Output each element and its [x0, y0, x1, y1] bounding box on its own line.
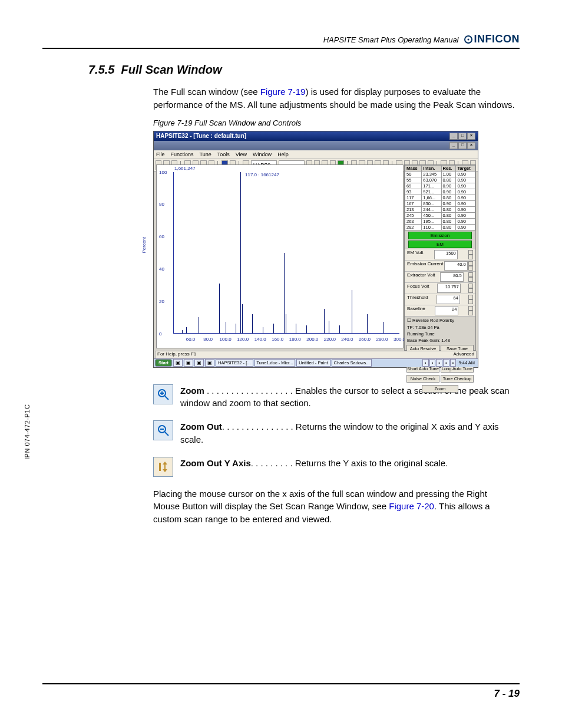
status-right: Advanced: [453, 351, 474, 358]
spinner-icon[interactable]: [468, 261, 473, 271]
tune-side-panel: MassInten.Res.Target 5023,3451.000.90556…: [404, 164, 476, 351]
tray-icon[interactable]: ▪: [436, 359, 442, 367]
mdi-maximize-icon[interactable]: □: [458, 142, 467, 149]
start-button[interactable]: Start: [155, 359, 172, 367]
reverse-rod-polarity-checkbox[interactable]: ☐ Reverse Rod Polarity: [405, 317, 475, 324]
chart-x-tick: 60.0: [186, 337, 196, 342]
maximize-icon[interactable]: □: [458, 133, 467, 140]
menu-window[interactable]: Window: [253, 151, 272, 157]
figure-7-19-link[interactable]: Figure 7-19: [260, 87, 306, 97]
chart-x-tick: 100.0: [220, 337, 232, 342]
spinner-icon[interactable]: [468, 250, 473, 259]
section-title-text: Full Scan Window: [121, 63, 222, 76]
window-title: HAPSITE32 - [Tune : default.tun]: [156, 133, 246, 140]
taskbar-item[interactable]: HAPSITE32 - [...: [216, 359, 253, 367]
mdi-titlebar: _ □ ×: [154, 141, 478, 150]
mass-table: MassInten.Res.Target 5023,3451.000.90556…: [405, 165, 475, 230]
chart-peak: [240, 172, 241, 334]
tune-param-row: Emission Current40.0: [405, 261, 475, 272]
spinner-icon[interactable]: [468, 284, 473, 293]
svg-line-7: [165, 432, 168, 436]
em-button[interactable]: EM: [408, 241, 472, 248]
chart-y-tick: 60: [159, 234, 164, 239]
chart-x-tick: 200.0: [306, 337, 318, 342]
panel-button[interactable]: Tune Checkup: [441, 375, 474, 383]
mdi-minimize-icon[interactable]: _: [449, 142, 458, 149]
table-row[interactable]: 245450...0.800.90: [405, 212, 475, 218]
tune-param-value[interactable]: 80.5: [440, 272, 464, 282]
spinner-icon[interactable]: [468, 272, 473, 282]
mdi-close-icon[interactable]: ×: [467, 142, 475, 149]
chart-peak: [286, 314, 286, 334]
tune-status-line1: Running Tune: [405, 331, 475, 337]
figure-7-20-link[interactable]: Figure 7-20: [389, 501, 434, 511]
quicklaunch[interactable]: ▣: [194, 359, 204, 367]
spinner-icon[interactable]: [468, 295, 473, 304]
tune-param-value[interactable]: 24: [435, 306, 458, 315]
taskbar-item[interactable]: Charles Sadows...: [332, 359, 372, 367]
tune-param-row: Extractor Volt80.5: [405, 272, 475, 283]
chart-y-tick: 0: [159, 331, 161, 336]
quicklaunch[interactable]: ▣: [205, 359, 214, 367]
tune-param-value[interactable]: 64: [437, 295, 460, 304]
minimize-icon[interactable]: _: [449, 133, 458, 140]
chart-x-tick: 180.0: [289, 337, 301, 342]
tray-icon[interactable]: ▪: [429, 359, 436, 367]
taskbar-clock: 9:44 AM: [457, 360, 477, 365]
table-row[interactable]: 1171,66...0.800.90: [405, 195, 475, 200]
chart-peak: [236, 324, 236, 333]
tray-icon[interactable]: ▪: [422, 359, 429, 367]
table-row[interactable]: 93521...0.900.90: [405, 189, 475, 195]
table-row[interactable]: 5023,3451.000.90: [405, 171, 475, 177]
chart-peak: [263, 327, 263, 334]
zoom-out-y-control-row: Zoom Out Y Axis. . . . . . . . . Returns…: [153, 457, 520, 477]
taskbar-item[interactable]: Untitled - Paint: [296, 359, 330, 367]
menu-help[interactable]: Help: [277, 151, 289, 157]
taskbar-item[interactable]: Tune1.doc - Micr...: [254, 359, 296, 367]
menu-tune[interactable]: Tune: [200, 151, 211, 157]
emission-button[interactable]: Emission: [408, 232, 472, 239]
closing-paragraph: Placing the mouse cursor on the x axis o…: [153, 487, 515, 526]
menu-tools[interactable]: Tools: [217, 151, 230, 157]
svg-point-1: [467, 38, 469, 40]
chart-x-tick: 300.0: [394, 337, 405, 342]
full-scan-chart[interactable]: 1,661,247 117.0 : 1661247 02040608010060…: [156, 164, 404, 348]
full-scan-window-screenshot: HAPSITE32 - [Tune : default.tun] _ □ × _…: [153, 131, 478, 368]
quicklaunch[interactable]: ▣: [184, 359, 193, 367]
menu-view[interactable]: View: [236, 151, 247, 157]
tp-readout: TP: 7.08e-04 Pa: [405, 324, 475, 331]
figure-caption: Figure 7-19 Full Scan Window and Control…: [153, 118, 515, 127]
chart-peak: [384, 322, 384, 333]
table-row[interactable]: 69171...0.900.90: [405, 183, 475, 189]
quicklaunch[interactable]: ▣: [173, 359, 183, 367]
mass-table-header: Mass: [405, 165, 422, 171]
chart-x-tick: 220.0: [324, 337, 336, 342]
tray-icon[interactable]: ▪: [450, 359, 457, 367]
chart-peak: [339, 325, 340, 334]
chart-peak: [352, 290, 352, 334]
chart-peak: [306, 325, 307, 334]
chart-peak: [284, 253, 285, 334]
spinner-icon[interactable]: [468, 306, 473, 315]
logo-text: INFICON: [474, 33, 520, 45]
close-icon[interactable]: ×: [467, 133, 475, 140]
menu-file[interactable]: File: [156, 151, 165, 157]
zoom-button[interactable]: Zoom: [422, 385, 458, 393]
table-row[interactable]: 167830...0.900.90: [405, 200, 475, 206]
tune-param-value[interactable]: 40.0: [444, 261, 468, 271]
chart-x-tick: 80.0: [203, 337, 213, 342]
section-number: 7.5.5: [88, 63, 114, 76]
table-row[interactable]: 282110...0.800.90: [405, 224, 475, 230]
panel-button[interactable]: Noise Check: [406, 375, 439, 383]
chart-peak: [226, 322, 226, 333]
tune-param-value[interactable]: 1500: [434, 250, 458, 259]
table-row[interactable]: 263195...0.800.90: [405, 218, 475, 224]
menu-functions[interactable]: Functions: [171, 151, 194, 157]
table-row[interactable]: 5563,0700.800.90: [405, 177, 475, 183]
inficon-logo: INFICON: [464, 33, 520, 45]
tray-icon[interactable]: ▪: [443, 359, 449, 367]
status-bar: For Help, press F1 Advanced: [155, 351, 477, 359]
page-number: 7 - 19: [494, 688, 520, 700]
tune-param-value[interactable]: 10.757: [437, 284, 461, 293]
table-row[interactable]: 213244...0.800.90: [405, 206, 475, 212]
